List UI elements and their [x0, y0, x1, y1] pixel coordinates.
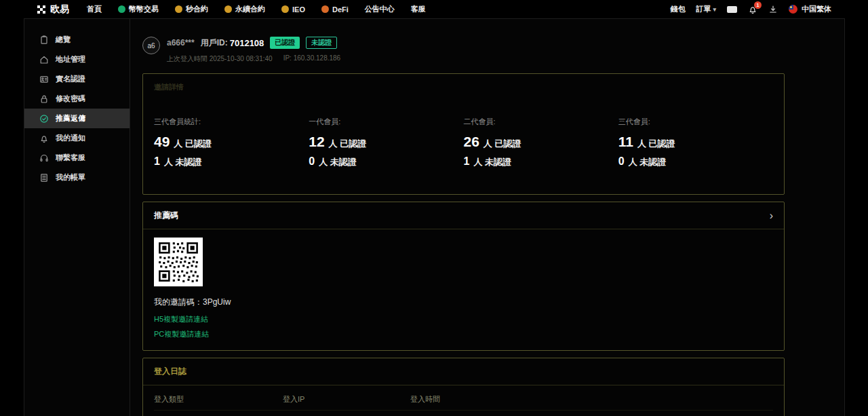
unverified-label: 人 未認證 [164, 156, 202, 168]
last-login-ip: IP: 160.30.128.186 [283, 54, 341, 64]
coin-icon [224, 5, 232, 13]
verified-count: 12 [309, 134, 324, 150]
receipt-icon [39, 173, 49, 183]
coin-icon [175, 5, 182, 13]
verified-count: 11 [618, 134, 633, 150]
sidebar-item-bills[interactable]: 我的帳單 [24, 168, 130, 187]
verified-label: 人 已認證 [484, 138, 521, 150]
sidebar-item-label: 聯繫客服 [56, 153, 85, 163]
sidebar-item-change-password[interactable]: 修改密碼 [24, 89, 130, 109]
main-content: a6 a666*** 用戶ID: 7012108 已認證 未認證 上次登入時間 … [130, 19, 844, 416]
last-login-time: 上次登入時間 2025-10-30 08:31:40 [167, 54, 273, 64]
sidebar: 總覽 地址管理 實名認證 修改密碼 推薦返傭 我的通知 聯繫客服 我的帳單 [24, 19, 130, 416]
stat-column-gen2: 二代會員: 26人 已認證 1人 未認證 [464, 117, 618, 174]
stat-heading: 一代會員: [309, 117, 463, 127]
copy-h5-invite-link[interactable]: H5複製邀請連結 [154, 314, 208, 324]
notification-bell-button[interactable]: 1 [748, 5, 757, 14]
sidebar-item-identity-verification[interactable]: 實名認證 [24, 69, 130, 89]
nav-item-label: 幣幣交易 [129, 4, 159, 14]
nav-orders-label: 訂單 [696, 4, 711, 14]
sidebar-item-address-management[interactable]: 地址管理 [24, 50, 130, 69]
download-button[interactable] [768, 5, 778, 14]
column-header-login-type: 登入類型 [154, 394, 283, 404]
referral-qr-code [154, 238, 203, 286]
card-icon[interactable] [727, 6, 737, 13]
avatar: a6 [142, 37, 160, 54]
download-icon [768, 5, 778, 14]
verified-label: 人 已認證 [637, 138, 675, 150]
brand[interactable]: 欧易 [37, 3, 69, 16]
stat-heading: 三代會員統計: [154, 117, 309, 127]
sidebar-item-label: 地址管理 [56, 54, 85, 64]
unverified-label: 人 未認證 [473, 156, 511, 168]
nav-item-defi[interactable]: DeFi [321, 5, 349, 14]
clipboard-icon [39, 35, 49, 45]
stat-column-total: 三代會員統計: 49人 已認證 1人 未認證 [154, 117, 309, 174]
nav-item-spot-trading[interactable]: 幣幣交易 [118, 4, 159, 14]
verified-count: 26 [464, 134, 479, 150]
nav-wallet[interactable]: 錢包 [670, 4, 685, 14]
nav-item-announcements[interactable]: 公告中心 [365, 4, 395, 14]
user-id-label: 用戶ID: [201, 37, 228, 49]
invite-code-line: 我的邀請碼：3PgUiw [154, 297, 773, 308]
verified-badge: 已認證 [270, 37, 300, 49]
flame-icon [281, 5, 289, 13]
id-card-icon [39, 75, 49, 84]
unverified-label: 人 未認證 [629, 156, 667, 168]
nav-item-seconds-contract[interactable]: 秒合約 [175, 4, 208, 14]
flag-icon [789, 5, 797, 14]
username: a666*** [167, 38, 195, 48]
chevron-down-icon: ▾ [713, 6, 716, 13]
sidebar-item-label: 修改密碼 [56, 94, 85, 104]
nav-item-label: 永續合約 [235, 4, 265, 14]
notification-badge: 1 [754, 1, 762, 9]
column-header-login-ip: 登入IP [283, 394, 410, 404]
user-id-value: 7012108 [230, 38, 264, 48]
unverified-count: 1 [154, 155, 160, 168]
stat-column-gen3: 三代會員: 11人 已認證 0人 未認證 [618, 117, 773, 174]
nav-orders[interactable]: 訂單▾ [696, 4, 716, 14]
nav-item-label: IEO [292, 5, 305, 14]
unverified-badge: 未認證 [306, 37, 337, 49]
login-log-table: 登入類型 登入IP 登入時間 Windows 160.30.128.186 20… [143, 385, 784, 416]
nav-item-label: 客服 [411, 4, 426, 14]
bell-icon [39, 134, 49, 143]
coin-icon [118, 5, 125, 13]
nav-wallet-label: 錢包 [670, 4, 685, 14]
sidebar-item-notifications[interactable]: 我的通知 [24, 128, 130, 148]
lock-icon [39, 94, 49, 104]
nav-item-support[interactable]: 客服 [411, 4, 426, 14]
nav-item-home[interactable]: 首頁 [87, 4, 102, 14]
copy-pc-invite-link[interactable]: PC複製邀請連結 [154, 329, 209, 339]
login-log-panel: 登入日誌 登入類型 登入IP 登入時間 Windows 160.30.128.1… [142, 358, 785, 416]
column-header-login-time: 登入時間 [410, 394, 773, 404]
verified-label: 人 已認證 [329, 138, 367, 150]
table-row: Windows 160.30.128.186 2025-10-30 08:31:… [154, 410, 773, 416]
sidebar-item-referral-rebate[interactable]: 推薦返傭 [24, 109, 130, 128]
home-icon [39, 55, 49, 64]
nav-item-label: 公告中心 [365, 4, 395, 14]
unverified-count: 0 [618, 155, 625, 168]
stats-panel-title: 邀請詳情 [154, 82, 773, 92]
member-stats-panel: 邀請詳情 三代會員統計: 49人 已認證 1人 未認證 一代會員: 12人 已認… [142, 73, 785, 195]
sidebar-item-contact-support[interactable]: 聯繫客服 [24, 148, 130, 168]
flame-icon [321, 5, 329, 13]
sidebar-item-label: 實名認證 [56, 74, 85, 84]
language-selector[interactable]: 中国繁体 [789, 4, 831, 14]
verified-label: 人 已認證 [174, 138, 212, 150]
referral-panel-title: 推薦碼 [154, 210, 178, 221]
table-header-row: 登入類型 登入IP 登入時間 [154, 388, 773, 410]
sidebar-item-overview[interactable]: 總覽 [24, 30, 130, 50]
nav-item-ieo[interactable]: IEO [281, 5, 305, 14]
verified-count: 49 [154, 134, 170, 150]
nav-item-label: 秒合約 [186, 4, 208, 14]
nav-item-perpetual-contract[interactable]: 永續合約 [224, 4, 265, 14]
top-nav: 欧易 首頁 幣幣交易 秒合約 永續合約 IEO DeFi 公告中心 客服 錢包 … [0, 0, 868, 18]
sidebar-item-label: 我的帳單 [56, 172, 85, 183]
chevron-right-icon[interactable]: › [770, 210, 773, 221]
nav-item-label: 首頁 [87, 4, 102, 14]
check-circle-icon [39, 114, 49, 124]
headset-icon [39, 153, 49, 163]
sidebar-item-label: 總覽 [56, 35, 71, 45]
brand-name: 欧易 [50, 3, 69, 16]
